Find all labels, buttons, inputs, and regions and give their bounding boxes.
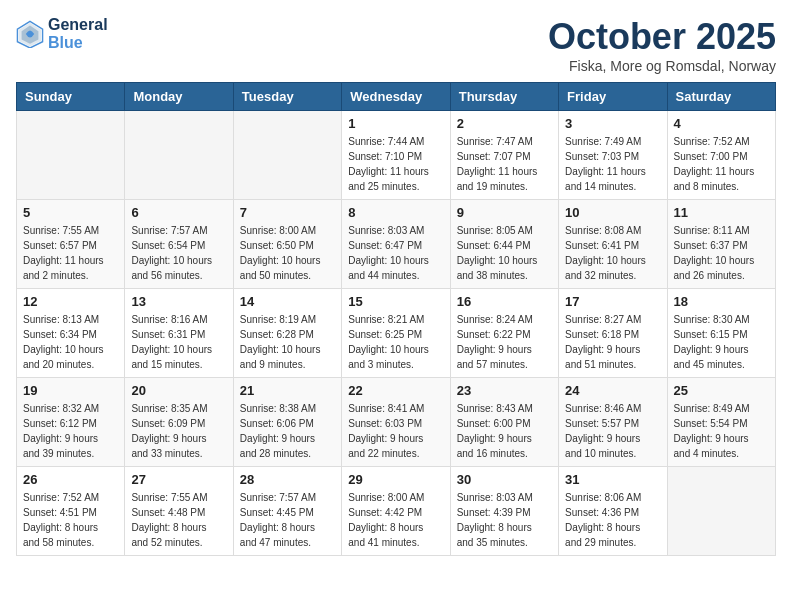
day-number: 17 [565,294,660,309]
logo: General Blue [16,16,108,52]
calendar-week-row: 12Sunrise: 8:13 AM Sunset: 6:34 PM Dayli… [17,289,776,378]
page-header: General Blue October 2025 Fiska, More og… [16,16,776,74]
calendar-cell [125,111,233,200]
day-number: 4 [674,116,769,131]
day-info: Sunrise: 7:44 AM Sunset: 7:10 PM Dayligh… [348,134,443,194]
day-info: Sunrise: 8:49 AM Sunset: 5:54 PM Dayligh… [674,401,769,461]
day-number: 6 [131,205,226,220]
calendar-cell: 23Sunrise: 8:43 AM Sunset: 6:00 PM Dayli… [450,378,558,467]
day-info: Sunrise: 7:57 AM Sunset: 4:45 PM Dayligh… [240,490,335,550]
calendar-cell: 6Sunrise: 7:57 AM Sunset: 6:54 PM Daylig… [125,200,233,289]
day-number: 25 [674,383,769,398]
calendar-cell: 16Sunrise: 8:24 AM Sunset: 6:22 PM Dayli… [450,289,558,378]
day-number: 23 [457,383,552,398]
weekday-header-sunday: Sunday [17,83,125,111]
calendar-week-row: 19Sunrise: 8:32 AM Sunset: 6:12 PM Dayli… [17,378,776,467]
day-number: 11 [674,205,769,220]
day-number: 21 [240,383,335,398]
day-number: 20 [131,383,226,398]
day-info: Sunrise: 8:03 AM Sunset: 4:39 PM Dayligh… [457,490,552,550]
day-number: 10 [565,205,660,220]
day-number: 28 [240,472,335,487]
weekday-header-monday: Monday [125,83,233,111]
calendar-week-row: 1Sunrise: 7:44 AM Sunset: 7:10 PM Daylig… [17,111,776,200]
weekday-header-row: SundayMondayTuesdayWednesdayThursdayFrid… [17,83,776,111]
calendar-cell: 12Sunrise: 8:13 AM Sunset: 6:34 PM Dayli… [17,289,125,378]
day-number: 18 [674,294,769,309]
day-info: Sunrise: 7:57 AM Sunset: 6:54 PM Dayligh… [131,223,226,283]
calendar-cell: 1Sunrise: 7:44 AM Sunset: 7:10 PM Daylig… [342,111,450,200]
weekday-header-saturday: Saturday [667,83,775,111]
day-number: 3 [565,116,660,131]
calendar-cell: 7Sunrise: 8:00 AM Sunset: 6:50 PM Daylig… [233,200,341,289]
day-info: Sunrise: 7:47 AM Sunset: 7:07 PM Dayligh… [457,134,552,194]
day-info: Sunrise: 8:41 AM Sunset: 6:03 PM Dayligh… [348,401,443,461]
calendar-cell: 19Sunrise: 8:32 AM Sunset: 6:12 PM Dayli… [17,378,125,467]
day-info: Sunrise: 7:52 AM Sunset: 4:51 PM Dayligh… [23,490,118,550]
calendar-cell [233,111,341,200]
calendar-cell: 22Sunrise: 8:41 AM Sunset: 6:03 PM Dayli… [342,378,450,467]
calendar-week-row: 26Sunrise: 7:52 AM Sunset: 4:51 PM Dayli… [17,467,776,556]
calendar-cell: 8Sunrise: 8:03 AM Sunset: 6:47 PM Daylig… [342,200,450,289]
calendar-cell: 28Sunrise: 7:57 AM Sunset: 4:45 PM Dayli… [233,467,341,556]
day-number: 9 [457,205,552,220]
day-info: Sunrise: 8:16 AM Sunset: 6:31 PM Dayligh… [131,312,226,372]
calendar-cell: 5Sunrise: 7:55 AM Sunset: 6:57 PM Daylig… [17,200,125,289]
weekday-header-tuesday: Tuesday [233,83,341,111]
day-number: 2 [457,116,552,131]
day-number: 15 [348,294,443,309]
day-info: Sunrise: 8:30 AM Sunset: 6:15 PM Dayligh… [674,312,769,372]
day-info: Sunrise: 7:55 AM Sunset: 6:57 PM Dayligh… [23,223,118,283]
day-info: Sunrise: 8:19 AM Sunset: 6:28 PM Dayligh… [240,312,335,372]
day-info: Sunrise: 8:05 AM Sunset: 6:44 PM Dayligh… [457,223,552,283]
day-number: 1 [348,116,443,131]
calendar-cell: 25Sunrise: 8:49 AM Sunset: 5:54 PM Dayli… [667,378,775,467]
logo-text: General Blue [48,16,108,52]
calendar-cell: 24Sunrise: 8:46 AM Sunset: 5:57 PM Dayli… [559,378,667,467]
day-info: Sunrise: 8:13 AM Sunset: 6:34 PM Dayligh… [23,312,118,372]
calendar-cell: 30Sunrise: 8:03 AM Sunset: 4:39 PM Dayli… [450,467,558,556]
location: Fiska, More og Romsdal, Norway [548,58,776,74]
calendar-cell: 27Sunrise: 7:55 AM Sunset: 4:48 PM Dayli… [125,467,233,556]
calendar-cell: 9Sunrise: 8:05 AM Sunset: 6:44 PM Daylig… [450,200,558,289]
calendar-week-row: 5Sunrise: 7:55 AM Sunset: 6:57 PM Daylig… [17,200,776,289]
day-info: Sunrise: 8:08 AM Sunset: 6:41 PM Dayligh… [565,223,660,283]
calendar-cell: 31Sunrise: 8:06 AM Sunset: 4:36 PM Dayli… [559,467,667,556]
day-number: 12 [23,294,118,309]
calendar-cell: 20Sunrise: 8:35 AM Sunset: 6:09 PM Dayli… [125,378,233,467]
calendar-cell: 21Sunrise: 8:38 AM Sunset: 6:06 PM Dayli… [233,378,341,467]
day-info: Sunrise: 8:00 AM Sunset: 4:42 PM Dayligh… [348,490,443,550]
weekday-header-wednesday: Wednesday [342,83,450,111]
day-number: 31 [565,472,660,487]
calendar-cell [667,467,775,556]
calendar-cell: 26Sunrise: 7:52 AM Sunset: 4:51 PM Dayli… [17,467,125,556]
day-info: Sunrise: 8:38 AM Sunset: 6:06 PM Dayligh… [240,401,335,461]
day-number: 22 [348,383,443,398]
day-info: Sunrise: 8:00 AM Sunset: 6:50 PM Dayligh… [240,223,335,283]
calendar-cell: 13Sunrise: 8:16 AM Sunset: 6:31 PM Dayli… [125,289,233,378]
day-info: Sunrise: 8:21 AM Sunset: 6:25 PM Dayligh… [348,312,443,372]
day-number: 24 [565,383,660,398]
weekday-header-friday: Friday [559,83,667,111]
day-info: Sunrise: 8:32 AM Sunset: 6:12 PM Dayligh… [23,401,118,461]
calendar-cell: 29Sunrise: 8:00 AM Sunset: 4:42 PM Dayli… [342,467,450,556]
calendar-cell: 14Sunrise: 8:19 AM Sunset: 6:28 PM Dayli… [233,289,341,378]
day-info: Sunrise: 8:43 AM Sunset: 6:00 PM Dayligh… [457,401,552,461]
title-section: October 2025 Fiska, More og Romsdal, Nor… [548,16,776,74]
calendar-cell: 15Sunrise: 8:21 AM Sunset: 6:25 PM Dayli… [342,289,450,378]
calendar-cell: 3Sunrise: 7:49 AM Sunset: 7:03 PM Daylig… [559,111,667,200]
calendar-cell: 11Sunrise: 8:11 AM Sunset: 6:37 PM Dayli… [667,200,775,289]
day-info: Sunrise: 7:52 AM Sunset: 7:00 PM Dayligh… [674,134,769,194]
day-info: Sunrise: 8:03 AM Sunset: 6:47 PM Dayligh… [348,223,443,283]
day-info: Sunrise: 8:46 AM Sunset: 5:57 PM Dayligh… [565,401,660,461]
logo-icon [16,20,44,48]
day-number: 13 [131,294,226,309]
day-info: Sunrise: 7:49 AM Sunset: 7:03 PM Dayligh… [565,134,660,194]
day-number: 16 [457,294,552,309]
day-info: Sunrise: 8:11 AM Sunset: 6:37 PM Dayligh… [674,223,769,283]
calendar-table: SundayMondayTuesdayWednesdayThursdayFrid… [16,82,776,556]
weekday-header-thursday: Thursday [450,83,558,111]
month-title: October 2025 [548,16,776,58]
day-number: 26 [23,472,118,487]
day-number: 14 [240,294,335,309]
